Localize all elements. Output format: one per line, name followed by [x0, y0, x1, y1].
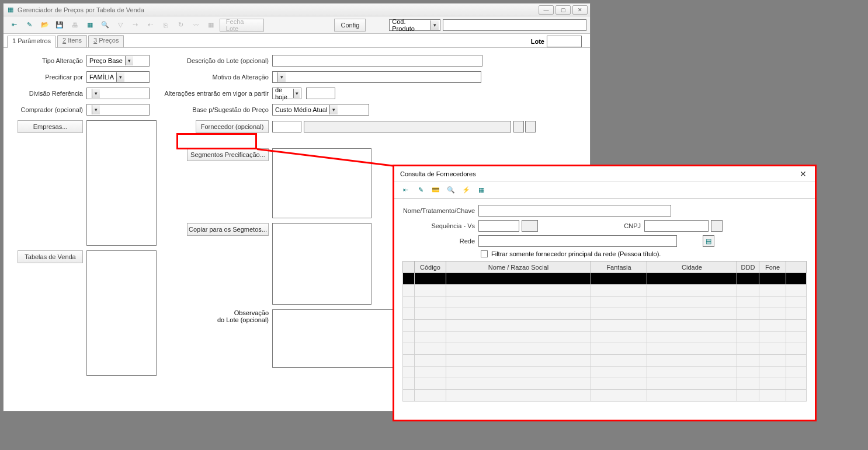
divisao-ref-label: Divisão Referência	[11, 90, 86, 97]
tabelas-venda-button[interactable]: Tabelas de Venda	[18, 250, 83, 263]
table-row	[403, 320, 807, 332]
segmentos-list[interactable]	[272, 148, 371, 218]
table-icon[interactable]: ▦	[203, 18, 218, 33]
base-sugestao-combo[interactable]: Custo Médio Atual	[272, 104, 369, 116]
cnpj-aux	[711, 220, 723, 232]
empresas-list[interactable]	[86, 120, 157, 246]
fornecedor-modal: Consulta de Fornecedores ✕ ⇤ ✎ 💳 🔍 ⚡ ▦ N…	[393, 165, 817, 421]
tab-parametros[interactable]: 1 Parâmetros	[7, 36, 56, 48]
modal-search-icon[interactable]: 🔍	[443, 183, 459, 198]
tab-precos[interactable]: 3 Preços	[88, 35, 124, 47]
observacao-label: Observação	[155, 309, 269, 316]
close-button[interactable]: ✕	[572, 5, 588, 15]
fornecedor-name-display	[304, 121, 511, 132]
lote-input[interactable]	[547, 36, 582, 47]
motivo-label: Motivo da Alteração	[155, 74, 272, 81]
maximize-button[interactable]: ▢	[555, 5, 571, 15]
nome-input[interactable]	[478, 205, 671, 217]
col-end[interactable]	[786, 261, 807, 273]
fornecedor-code-input[interactable]	[272, 121, 301, 132]
table-row	[403, 378, 807, 390]
table-row	[403, 390, 807, 402]
modal-grid-icon[interactable]: ▦	[474, 183, 489, 198]
window-title: Gerenciador de Preços por Tabela de Vend…	[18, 6, 537, 13]
rede-input[interactable]	[478, 235, 677, 247]
col-nome[interactable]: Nome / Razao Social	[446, 261, 591, 273]
filter-icon[interactable]: ▽	[113, 18, 128, 33]
chevron-down-icon	[430, 20, 438, 30]
rede-lookup-icon[interactable]: ▤	[703, 235, 714, 247]
tab-itens[interactable]: 2 Itens	[57, 35, 87, 47]
modal-edit-icon[interactable]: ✎	[413, 183, 428, 198]
modal-toolbar: ⇤ ✎ 💳 🔍 ⚡ ▦	[394, 182, 815, 199]
comprador-combo[interactable]	[86, 104, 150, 116]
modal-title-bar: Consulta de Fornecedores ✕	[394, 166, 815, 182]
app-icon: ▦	[6, 5, 15, 15]
search-icon[interactable]: 🔍	[98, 18, 113, 33]
modal-flash-icon[interactable]: ⚡	[459, 183, 474, 198]
refresh-icon[interactable]: ↻	[173, 18, 188, 33]
main-toolbar: ⇤ ✎ 📂 💾 🖶 ▦ 🔍 ▽ ⇢ ⇠ ⎘ ↻ 〰 ▦ Fecha Lote C…	[4, 16, 590, 34]
modal-close-icon[interactable]: ✕	[797, 169, 809, 179]
col-fantasia[interactable]: Fantasia	[591, 261, 647, 273]
empresas-button[interactable]: Empresas...	[18, 120, 83, 133]
modal-card-icon[interactable]: 💳	[428, 183, 443, 198]
tipo-alteracao-combo[interactable]: Preço Base	[86, 55, 150, 67]
nome-label: Nome/Tratamento/Chave	[402, 207, 478, 214]
vigor-date-input[interactable]	[306, 88, 335, 99]
tabelas-venda-list[interactable]	[86, 250, 157, 376]
col-cidade[interactable]: Cidade	[647, 261, 737, 273]
col-fone[interactable]: Fone	[759, 261, 786, 273]
segmentos-button[interactable]: Segmentos Precificação...	[187, 148, 269, 161]
col-codigo[interactable]: Código	[415, 261, 446, 273]
vs-input	[522, 220, 538, 232]
table-row	[403, 273, 807, 285]
table-row	[403, 343, 807, 355]
minimize-button[interactable]: —	[539, 5, 554, 15]
edit-icon[interactable]: ✎	[22, 18, 37, 33]
fornecedor-aux2	[525, 121, 536, 132]
base-sugestao-label: Base p/Sugestão do Preço	[155, 106, 272, 113]
sequencia-input[interactable]	[478, 220, 519, 232]
modal-body: Nome/Tratamento/Chave Sequência - Vs CNP…	[394, 199, 815, 407]
search-type-combo[interactable]: Cod. Produto	[389, 19, 440, 31]
results-grid[interactable]: Código Nome / Razao Social Fantasia Cida…	[402, 261, 807, 402]
chart-icon[interactable]: 〰	[188, 18, 203, 33]
grid-icon[interactable]: ▦	[82, 18, 98, 33]
col-ddd[interactable]: DDD	[737, 261, 759, 273]
fornecedor-button[interactable]: Fornecedor (opcional)	[196, 120, 269, 133]
search-input[interactable]	[443, 19, 586, 31]
table-row	[403, 285, 807, 296]
modal-title: Consulta de Fornecedores	[400, 170, 476, 177]
cnpj-label: CNPJ	[538, 222, 644, 229]
vigor-combo[interactable]: de hoje	[272, 88, 301, 99]
table-row	[403, 308, 807, 320]
table-row	[403, 367, 807, 378]
descricao-lote-input[interactable]	[272, 55, 482, 67]
lote-label: Lote	[531, 38, 544, 45]
config-button[interactable]: Config	[334, 19, 366, 32]
modal-exit-icon[interactable]: ⇤	[398, 183, 413, 198]
col-blank[interactable]	[403, 261, 415, 273]
cnpj-input[interactable]	[644, 220, 709, 232]
exit-icon[interactable]: ⇤	[7, 18, 22, 33]
filtro-checkbox[interactable]	[481, 250, 488, 257]
tipo-alteracao-label: Tipo Alteração	[11, 57, 86, 64]
copiar-segmentos-button[interactable]: Copiar para os Segmetos...	[187, 223, 269, 236]
copiar-segmentos-list[interactable]	[272, 223, 371, 305]
vigor-label: Alterações entrarão em vigor a partir	[155, 90, 272, 97]
copy-icon[interactable]: ⎘	[158, 18, 173, 33]
motivo-combo[interactable]	[272, 71, 481, 83]
divisao-ref-combo[interactable]	[86, 88, 150, 99]
descricao-lote-label: Descrição do Lote (opcional)	[155, 57, 272, 64]
print-icon[interactable]: 🖶	[67, 18, 82, 33]
precificar-por-combo[interactable]: FAMÍLIA	[86, 71, 150, 83]
observacao-textarea[interactable]	[272, 309, 407, 368]
table-row	[403, 355, 807, 367]
fecha-lote-button[interactable]: Fecha Lote	[220, 19, 265, 32]
save-icon[interactable]: 💾	[53, 18, 68, 33]
export-icon[interactable]: ⇢	[128, 18, 143, 33]
open-icon[interactable]: 📂	[37, 18, 53, 33]
import-icon[interactable]: ⇠	[143, 18, 158, 33]
form-content: Tipo Alteração Preço Base Precificar por…	[4, 48, 590, 61]
